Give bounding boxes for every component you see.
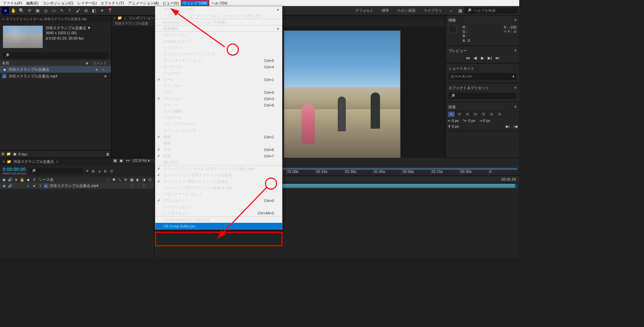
menu-item[interactable]: エフェクト(T) <box>99 0 126 6</box>
panel-menu-icon[interactable]: ≡ <box>515 18 517 23</box>
camera-tool-icon[interactable]: ▣ <box>34 7 41 14</box>
close-icon[interactable]: × <box>3 159 5 164</box>
vr-icon[interactable]: 👓 <box>125 158 130 163</box>
tl-icon[interactable]: ◐ <box>104 169 107 173</box>
menu-item[interactable]: 整列 <box>155 140 282 146</box>
workspace-more[interactable]: » <box>446 9 456 13</box>
video-toggle-icon[interactable]: ◉ <box>1 184 7 188</box>
menu-item[interactable]: スムーザー <box>155 70 282 76</box>
panel-menu-icon[interactable]: ≡ <box>56 159 58 164</box>
menu-item[interactable]: エフェクト＆プリセットCtrl+5 <box>155 57 282 64</box>
workspace-layout-icon[interactable]: ▦ <box>457 7 464 14</box>
tl-icon[interactable]: ◉ <box>92 169 95 173</box>
col-name[interactable]: 名前 <box>2 61 86 66</box>
menu-item[interactable]: オーディオCtrl+4 <box>155 64 282 70</box>
layer-row[interactable]: ◉ 🔊 ▸ ■ 1 ▸渋谷スクランブル交差点.mp4 ⬚/ <box>0 183 154 189</box>
comp-tab-label[interactable]: コンポジション 渋 <box>128 15 159 20</box>
project-item[interactable]: ▸渋谷スクランブル交差点.mp4■ <box>0 73 111 79</box>
type-tool-icon[interactable]: T <box>66 7 73 14</box>
effects-search[interactable]: 🔎 <box>448 93 517 99</box>
switch-icon[interactable]: ▦ <box>129 178 135 182</box>
menu-item[interactable]: コンポジション(C) <box>41 0 75 6</box>
mag-icon[interactable]: ▦ <box>113 158 117 163</box>
col-comment[interactable]: コメント <box>92 61 109 66</box>
flowchart-icon[interactable]: ⎌ <box>102 67 109 71</box>
switch-icon[interactable]: ＼ <box>117 177 122 182</box>
rtl-icon[interactable]: ▶| <box>506 124 509 129</box>
menu-item[interactable]: モーションスケッチ <box>155 127 282 134</box>
tl-icon[interactable]: ⊞ <box>110 169 113 173</box>
zoom-label[interactable]: (22.8 %) ▾ <box>133 158 150 163</box>
current-time[interactable]: 0:00:00:00 <box>3 167 26 172</box>
switch-icon[interactable]: ✱ <box>111 178 116 182</box>
close-icon[interactable]: × <box>113 16 115 20</box>
eraser-tool-icon[interactable]: ◧ <box>90 7 98 14</box>
menu-item[interactable]: ブラシCtrl+9 <box>155 89 282 95</box>
lock-col-icon[interactable]: 🔒 <box>19 178 25 182</box>
orbit-tool-icon[interactable]: ⟳ <box>26 7 33 14</box>
indent-right[interactable]: ⇥ 0 px <box>479 119 490 123</box>
menu-item[interactable]: トラッカー <box>155 83 282 89</box>
clone-tool-icon[interactable]: ⧉ <box>82 7 90 14</box>
workspace-tab[interactable]: デフォルト <box>351 8 378 13</box>
timeline-search[interactable]: 🔎 <box>29 168 83 174</box>
menu-item[interactable]: ✓タイムライン: 渋谷スクランブル交差点 <box>155 178 282 185</box>
tl-icon[interactable]: ▼ <box>86 169 89 173</box>
audio-col-icon[interactable]: 🔊 <box>7 178 13 182</box>
workspace-tab[interactable]: ライブラリ <box>420 8 446 13</box>
tl-icon[interactable]: ▲ <box>98 169 101 173</box>
menu-item[interactable]: ビュー(V) <box>161 0 181 6</box>
first-frame-icon[interactable]: ⏮ <box>465 56 471 60</box>
menu-item[interactable]: ウィンドウ(W) <box>181 0 209 6</box>
menu-item[interactable]: 進行状況 <box>155 159 282 166</box>
panel-menu-icon[interactable]: ≡ <box>515 105 517 110</box>
audio-toggle-icon[interactable]: 🔊 <box>7 184 13 188</box>
panel-tab-label[interactable]: エフェクトコントロール 渋谷スクランブル交差点.mp <box>6 17 86 21</box>
last-frame-icon[interactable]: ⏭ <box>495 56 500 60</box>
help-search[interactable]: 🔎 ヘルプを検索 <box>464 7 518 14</box>
next-frame-icon[interactable]: ▶| <box>487 56 493 60</box>
menu-item[interactable]: ✓プレビューCtrl+3 <box>155 95 282 102</box>
menu-item[interactable]: レイヤー(L) <box>75 0 99 6</box>
menu-item[interactable]: メディアブラウザー <box>155 121 282 127</box>
switch-icon[interactable]: ⬚ <box>105 178 110 182</box>
project-search[interactable]: 🔎 <box>3 52 108 59</box>
ltr-icon[interactable]: |◀ <box>514 124 517 129</box>
switch-icon[interactable]: ◐ <box>135 178 141 182</box>
menu-item[interactable]: ✓情報Ctrl+2 <box>155 134 282 140</box>
align-center-icon[interactable]: ≡ <box>456 111 463 117</box>
menu-item[interactable]: ✓エフェクトコントロール: 渋谷スクランブル交差点.mp4 <box>155 166 282 172</box>
pan-behind-tool-icon[interactable]: ◎ <box>42 7 49 14</box>
menu-item[interactable]: ✓ツールCtrl+1 <box>155 76 282 83</box>
indent-first[interactable]: *⇤ 0 px <box>463 119 475 123</box>
panel-menu-icon[interactable]: ≡ <box>515 85 517 90</box>
label-swatch[interactable]: ■ <box>104 74 109 78</box>
project-item[interactable]: ▣渋谷スクランブル交差点■⎌ <box>0 66 111 73</box>
workspace-tab[interactable]: 標準 <box>378 8 393 13</box>
prev-frame-icon[interactable]: ◀ <box>473 56 478 60</box>
justify-last-center-icon[interactable]: ≡ <box>480 111 487 117</box>
shortcut-select[interactable]: スペースバー▾ <box>448 73 517 80</box>
interpret-icon[interactable]: ⊞ <box>1 152 4 156</box>
align-left-icon[interactable]: ≡ <box>448 111 455 117</box>
brush-tool-icon[interactable]: 🖌 <box>74 7 82 14</box>
indent-left[interactable]: ⇤ 0 px <box>448 119 459 123</box>
comp-icon[interactable]: ▣ <box>13 152 16 156</box>
source-name-col[interactable]: ソース名 <box>38 177 104 182</box>
menu-item[interactable]: ヘルプ(H) <box>209 0 229 6</box>
solo-col-icon[interactable]: ● <box>13 178 19 182</box>
res-icon[interactable]: ▣ <box>119 158 123 163</box>
trash-icon[interactable]: 🗑 <box>106 152 110 156</box>
menu-item[interactable]: マスク補間 <box>155 108 282 115</box>
folder-icon[interactable]: 📁 <box>6 152 11 156</box>
menu-item[interactable]: ✓コンポジション: 渋谷スクランブル交差点 <box>155 172 282 178</box>
timeline-tab-label[interactable]: 渋谷スクランブル交差点 <box>13 159 54 164</box>
justify-last-left-icon[interactable]: ≡ <box>472 111 479 117</box>
label-swatch[interactable]: ■ <box>96 67 100 71</box>
play-icon[interactable]: ▶ <box>480 56 485 60</box>
col-tag-icon[interactable]: ◆ <box>86 61 92 65</box>
menu-item[interactable]: メタデータ <box>155 115 282 121</box>
justify-last-right-icon[interactable]: ≡ <box>488 111 495 117</box>
puppet-tool-icon[interactable]: 📍 <box>106 7 114 14</box>
bpc-toggle[interactable]: 8 bpc <box>18 152 28 156</box>
